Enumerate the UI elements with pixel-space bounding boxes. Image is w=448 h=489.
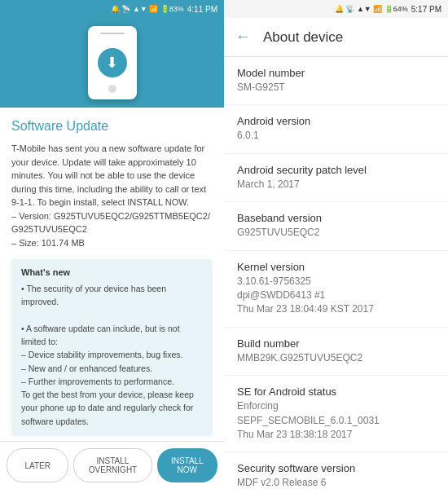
whats-new-title: What's new: [21, 267, 203, 277]
android-version-row: Android version 6.0.1: [224, 105, 448, 153]
left-status-icons: 🔔 📡 ▲▼ 📶 🔋83%: [111, 5, 184, 13]
security-patch-value: March 1, 2017: [237, 178, 435, 192]
se-android-label: SE for Android status: [237, 385, 435, 398]
android-version-label: Android version: [237, 115, 435, 127]
right-header: ← About device: [224, 18, 448, 57]
right-panel: 🔔 📡 ▲▼ 📶 🔋64% 5:17 PM ← About device Mod…: [224, 0, 448, 489]
page-title: About device: [263, 29, 343, 46]
model-number-label: Model number: [237, 67, 435, 79]
back-button[interactable]: ←: [235, 29, 250, 46]
android-version-value: 6.0.1: [237, 129, 435, 143]
left-content: Software Update T-Mobile has sent you a …: [0, 108, 224, 441]
build-number-label: Build number: [237, 337, 435, 350]
install-now-button[interactable]: INSTALL NOW: [157, 448, 217, 482]
security-software-value: MDF v2.0 Release 6VPN v1.6 Release 6.1AS…: [237, 476, 435, 489]
right-time: 5:17 PM: [411, 5, 441, 14]
build-number-row: Build number MMB29K.G925TUVU5EQC2: [224, 328, 448, 376]
whats-new-box: What's new • The security of your device…: [11, 259, 213, 436]
security-patch-row: Android security patch level March 1, 20…: [224, 154, 448, 202]
whats-new-text: • The security of your device has been i…: [21, 282, 203, 428]
model-number-row: Model number SM-G925T: [224, 57, 448, 105]
kernel-version-label: Kernel version: [237, 261, 435, 273]
model-number-value: SM-G925T: [237, 81, 435, 95]
software-update-description: T-Mobile has sent you a new software upd…: [11, 142, 213, 249]
baseband-version-value: G925TUVU5EQC2: [237, 226, 435, 240]
kernel-version-value: 3.10.61-9756325dpi@SWDD6413 #1Thu Mar 23…: [237, 275, 435, 317]
phone-illustration: ⬇: [88, 26, 137, 99]
build-number-value: MMB29K.G925TUVU5EQC2: [237, 351, 435, 365]
security-software-label: Security software version: [237, 462, 435, 474]
left-status-bar: 🔔 📡 ▲▼ 📶 🔋83% 4:11 PM: [0, 0, 224, 18]
device-info-list: Model number SM-G925T Android version 6.…: [224, 57, 448, 489]
security-software-row: Security software version MDF v2.0 Relea…: [224, 452, 448, 489]
se-android-row: SE for Android status EnforcingSEPF_SECM…: [224, 376, 448, 452]
later-button[interactable]: LATER: [7, 448, 68, 482]
left-buttons: LATER INSTALL OVERNIGHT INSTALL NOW: [0, 441, 224, 489]
download-icon: ⬇: [98, 48, 127, 77]
install-overnight-button[interactable]: INSTALL OVERNIGHT: [73, 448, 152, 482]
se-android-value: EnforcingSEPF_SECMOBILE_6.0.1_0031Thu Ma…: [237, 399, 435, 442]
left-panel: 🔔 📡 ▲▼ 📶 🔋83% 4:11 PM ⬇ Software Update …: [0, 0, 224, 489]
software-update-title: Software Update: [11, 119, 213, 134]
baseband-version-row: Baseband version G925TUVU5EQC2: [224, 202, 448, 250]
right-status-bar: 🔔 📡 ▲▼ 📶 🔋64% 5:17 PM: [224, 0, 448, 18]
security-patch-label: Android security patch level: [237, 164, 435, 176]
right-status-icons: 🔔 📡 ▲▼ 📶 🔋64%: [335, 5, 408, 13]
left-time: 4:11 PM: [187, 5, 217, 14]
left-hero: ⬇: [0, 18, 224, 108]
baseband-version-label: Baseband version: [237, 212, 435, 224]
kernel-version-row: Kernel version 3.10.61-9756325dpi@SWDD64…: [224, 251, 448, 328]
